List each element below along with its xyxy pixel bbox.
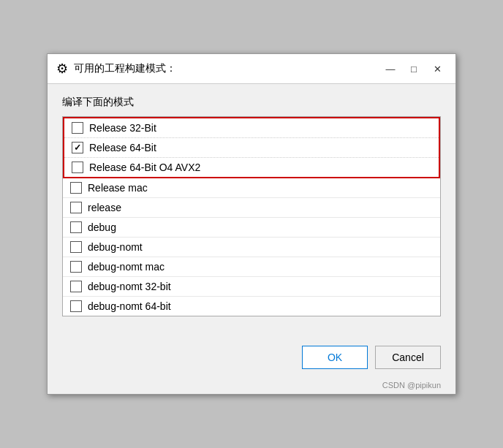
list-item-debug[interactable]: debug — [63, 218, 440, 238]
list-item-release-64bit[interactable]: Release 64-Bit — [64, 138, 439, 158]
watermark: CSDN @pipikun — [48, 381, 455, 394]
label-release-mac: Release mac — [88, 182, 148, 194]
highlighted-group: Release 32-Bit Release 64-Bit Release 64… — [63, 117, 440, 178]
list-item-release-mac[interactable]: Release mac — [63, 178, 440, 198]
window-icon: ⚙ — [55, 61, 69, 76]
checkbox-debug-nomt-64bit[interactable] — [70, 300, 82, 312]
list-item-release-32bit[interactable]: Release 32-Bit — [64, 118, 439, 138]
label-debug-nomt: debug-nomt — [88, 241, 143, 253]
list-item-debug-nomt-mac[interactable]: debug-nomt mac — [63, 257, 440, 277]
maximize-button[interactable]: □ — [403, 60, 425, 77]
checkbox-release-64bit[interactable] — [72, 142, 83, 153]
checkbox-debug[interactable] — [70, 221, 82, 233]
label-debug-nomt-64bit: debug-nomt 64-bit — [88, 300, 171, 312]
footer: OK Cancel — [48, 346, 455, 381]
ok-button[interactable]: OK — [302, 346, 368, 369]
cancel-button[interactable]: Cancel — [375, 346, 441, 369]
list-item-debug-nomt-32bit[interactable]: debug-nomt 32-bit — [63, 277, 440, 297]
label-debug-nomt-mac: debug-nomt mac — [88, 261, 164, 273]
label-release-64bit: Release 64-Bit — [89, 142, 156, 153]
main-window: ⚙ 可用的工程构建模式： — □ ✕ 编译下面的模式 Release 32-Bi… — [47, 53, 456, 395]
list-item-release-64bit-o4avx2[interactable]: Release 64-Bit O4 AVX2 — [64, 158, 439, 177]
checkbox-debug-nomt-mac[interactable] — [70, 261, 82, 273]
checkbox-release-mac[interactable] — [70, 182, 82, 194]
label-release-64bit-o4avx2: Release 64-Bit O4 AVX2 — [89, 162, 200, 173]
label-debug: debug — [88, 221, 116, 233]
build-modes-list: Release 32-Bit Release 64-Bit Release 64… — [62, 116, 441, 316]
minimize-button[interactable]: — — [379, 60, 401, 77]
checkbox-debug-nomt[interactable] — [70, 241, 82, 253]
list-item-debug-nomt[interactable]: debug-nomt — [63, 238, 440, 257]
label-release: release — [88, 202, 121, 213]
checkbox-release-32bit[interactable] — [72, 122, 83, 134]
content-area: 编译下面的模式 Release 32-Bit Release 64-Bit Re… — [48, 84, 455, 346]
checkbox-release-64bit-o4avx2[interactable] — [72, 162, 83, 173]
label-debug-nomt-32bit: debug-nomt 32-bit — [88, 281, 171, 292]
titlebar-controls: — □ ✕ — [379, 60, 448, 77]
label-release-32bit: Release 32-Bit — [89, 122, 156, 134]
list-item-debug-nomt-64bit[interactable]: debug-nomt 64-bit — [63, 297, 440, 316]
close-button[interactable]: ✕ — [426, 60, 448, 77]
titlebar-left: ⚙ 可用的工程构建模式： — [55, 61, 176, 76]
window-title: 可用的工程构建模式： — [74, 62, 176, 75]
titlebar: ⚙ 可用的工程构建模式： — □ ✕ — [48, 54, 455, 84]
section-label: 编译下面的模式 — [62, 96, 441, 109]
checkbox-release[interactable] — [70, 202, 82, 213]
checkbox-debug-nomt-32bit[interactable] — [70, 281, 82, 292]
list-item-release[interactable]: release — [63, 198, 440, 218]
